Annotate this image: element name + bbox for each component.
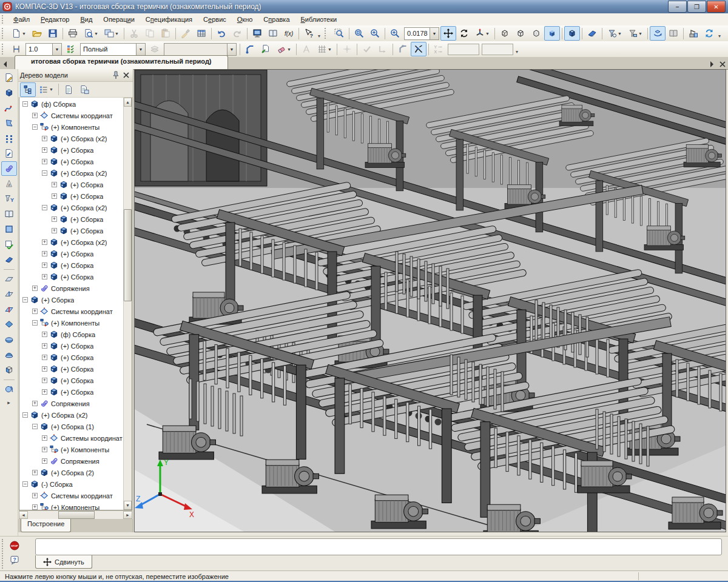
tree-item[interactable]: +(+) Сборка	[19, 213, 123, 225]
tree-item[interactable]: +Системы координат	[19, 432, 123, 444]
dropdown-arrow-icon[interactable]: ▼	[52, 44, 61, 55]
tree-item[interactable]: +(+) Сборка (2)	[19, 467, 123, 478]
solid-operations-button[interactable]	[1, 85, 17, 100]
undo-button[interactable]	[214, 26, 229, 41]
perspective-button[interactable]	[584, 26, 600, 41]
dropdown-arrow-icon[interactable]: ▼	[49, 87, 53, 92]
hide-auxiliary-button[interactable]: ▼	[604, 26, 625, 41]
toolbar-grip[interactable]	[2, 44, 7, 55]
plane-through-points-button[interactable]	[1, 317, 17, 332]
additional-tree-window-button[interactable]	[76, 82, 92, 97]
scrollbar-thumb[interactable]	[124, 209, 132, 301]
orientation-button[interactable]: ▼	[472, 26, 493, 41]
local-csys-button[interactable]	[242, 42, 258, 56]
zoom-value-combo[interactable]: 0.0178▼	[404, 27, 439, 40]
dropdown-arrow-icon[interactable]: ▼	[430, 28, 439, 39]
report-button[interactable]	[61, 82, 76, 97]
display-hidden-thin-button[interactable]	[528, 26, 544, 41]
menu-справка[interactable]: Справка	[258, 14, 295, 25]
snap-setup-button[interactable]	[395, 42, 411, 56]
dropdown-arrow-icon[interactable]: ▼	[328, 47, 332, 52]
tree-item[interactable]: −(+) Сборка (1)	[19, 421, 123, 432]
surfaces-button[interactable]	[1, 116, 17, 130]
body-operations-button[interactable]	[1, 222, 17, 236]
plane-at-angle-button[interactable]	[1, 287, 17, 301]
tree-expander[interactable]: +	[42, 159, 47, 164]
dimension-scale-button[interactable]	[8, 42, 24, 56]
local-snaps-button[interactable]	[339, 42, 355, 56]
tree-item[interactable]: −(+) Компоненты	[19, 317, 123, 329]
detail-level-combo-value[interactable]: Полный	[81, 45, 136, 53]
spreadsheet-button[interactable]	[194, 26, 209, 41]
tree-item[interactable]: +(+) Сборка	[19, 375, 123, 386]
menu-окно[interactable]: Окно	[232, 14, 258, 25]
zoom-by-frame-button[interactable]	[331, 26, 347, 41]
cut-button[interactable]	[126, 26, 142, 41]
dropdown-arrow-icon[interactable]: ▼	[618, 32, 622, 36]
tree-expander[interactable]: +	[32, 470, 38, 475]
tree-expander[interactable]: +	[32, 504, 38, 510]
tree-item[interactable]: +(+) Сборка	[19, 386, 123, 398]
minimize-button[interactable]: –	[668, 1, 687, 13]
tree-expander[interactable]: +	[42, 274, 47, 279]
detail-filter-button[interactable]	[63, 42, 79, 56]
dropdown-arrow-icon[interactable]: ▼	[94, 32, 98, 36]
mid-plane-button[interactable]	[1, 302, 17, 316]
print-button[interactable]	[65, 26, 81, 41]
coordinate-display-button[interactable]: YX	[431, 42, 447, 56]
tree-expander[interactable]: +	[52, 182, 57, 187]
menu-файл[interactable]: Файл	[8, 14, 35, 25]
dropdown-arrow-icon[interactable]: ▼	[136, 44, 145, 55]
context-help-button[interactable]: ?	[301, 26, 317, 41]
surface-patch-button[interactable]	[1, 332, 17, 347]
tab-scroll-left-button[interactable]	[0, 59, 11, 69]
tree-item[interactable]: −(+) Сборка	[19, 294, 123, 306]
zoom-selected-button[interactable]	[351, 26, 367, 41]
tree-item[interactable]: +(+) Сборка (x2)	[19, 236, 123, 248]
tree-item[interactable]: −(ф) Сборка	[19, 98, 123, 110]
restore-button[interactable]: ❐	[687, 1, 706, 13]
tree-item[interactable]: +Сопряжения	[19, 398, 123, 409]
tree-item[interactable]: +Системы координат	[19, 306, 123, 317]
scroll-right-button[interactable]: ►	[123, 511, 132, 519]
menu-библиотеки[interactable]: Библиотеки	[295, 14, 343, 25]
save-document-button[interactable]	[45, 26, 61, 41]
tree-expander[interactable]: −	[22, 412, 28, 418]
variables-manager-button[interactable]	[249, 26, 265, 41]
close-button[interactable]: ✕	[707, 1, 726, 13]
pan-button[interactable]	[440, 26, 456, 41]
copy-button[interactable]	[142, 26, 158, 41]
toolbar-grip[interactable]	[325, 28, 330, 39]
tree-item[interactable]: +(+) Сборка	[19, 363, 123, 375]
scale-combo-value[interactable]: 1.0	[26, 45, 52, 53]
scale-combo[interactable]: 1.0▼	[25, 43, 62, 56]
tree-expander[interactable]: −	[32, 424, 38, 429]
edit-in-place-button[interactable]	[258, 42, 274, 56]
tree-expander[interactable]: +	[32, 286, 38, 291]
toolbar-expand-button[interactable]: ▸	[7, 400, 10, 406]
tree-item[interactable]: +(+) Сборка	[19, 271, 123, 283]
features-library-button[interactable]	[1, 252, 17, 267]
zoom-in-button[interactable]	[367, 26, 383, 41]
tree-expander[interactable]: +	[42, 458, 47, 464]
tree-item[interactable]: +(+) Сборка	[19, 144, 123, 156]
scroll-up-button[interactable]: ▲	[124, 98, 132, 107]
tree-expander[interactable]: +	[42, 343, 47, 349]
tree-item[interactable]: +(+) Сборка	[19, 225, 123, 236]
tree-expander[interactable]: +	[42, 447, 47, 452]
round-coordinates-button[interactable]	[375, 42, 391, 56]
tree-expander[interactable]: −	[32, 320, 38, 326]
tree-item[interactable]: +Сопряжения	[19, 455, 123, 467]
simplified-display-button[interactable]	[650, 26, 666, 41]
display-hidden-removed-button[interactable]	[513, 26, 528, 41]
mates-panel-button[interactable]	[1, 161, 17, 176]
hide-components-button[interactable]: ▼	[625, 26, 645, 41]
tree-item[interactable]: +(+) Сборка	[19, 190, 123, 202]
dropdown-arrow-icon[interactable]: ▼	[638, 32, 642, 36]
tree-expander[interactable]: +	[32, 493, 38, 498]
menu-редактор[interactable]: Редактор	[35, 14, 75, 25]
dome-feature-button[interactable]	[1, 347, 17, 362]
tree-item[interactable]: +Системы координат	[19, 490, 123, 501]
tab-construction[interactable]: Построение	[21, 519, 71, 532]
tree-expander[interactable]: +	[42, 355, 47, 360]
